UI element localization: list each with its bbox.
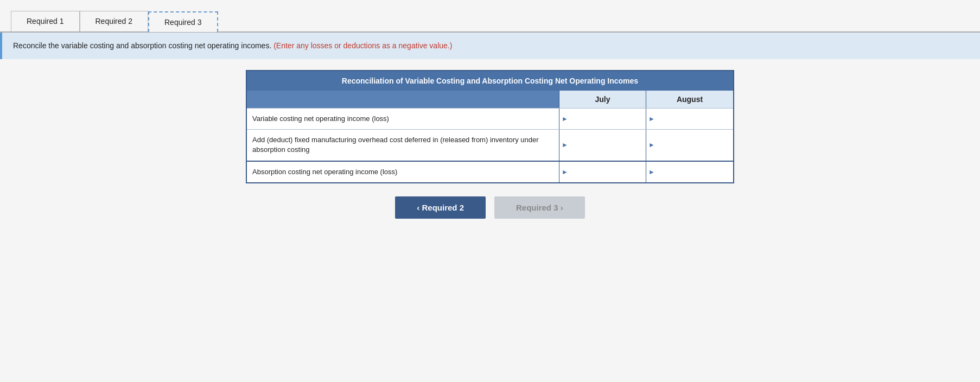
tab-required3-label: Required 3	[164, 18, 202, 27]
instruction-box: Reconcile the variable costing and absor…	[0, 33, 980, 59]
tab-required2-label: Required 2	[96, 17, 133, 26]
col-header-july: July	[559, 91, 646, 108]
prev-button-label: Required 2	[422, 203, 464, 212]
arrow-icon-1: ►	[559, 115, 568, 123]
col-header-label	[247, 91, 559, 108]
row-add-deduct: Add (deduct) fixed manufacturing overhea…	[247, 129, 733, 160]
arrow-icon-2: ►	[646, 115, 655, 123]
arrow-icon-4: ►	[646, 141, 655, 149]
row-variable-costing: Variable costing net operating income (l…	[247, 108, 733, 129]
row-variable-costing-july-cell: ►	[559, 109, 646, 129]
row-absorption-costing-july-cell: ►	[559, 162, 646, 182]
row-add-deduct-july-input[interactable]	[568, 138, 646, 152]
table-title: Reconciliation of Variable Costing and A…	[247, 71, 733, 91]
buttons-row: ‹ Required 2 Required 3 ›	[11, 196, 969, 219]
content-area: Reconciliation of Variable Costing and A…	[0, 59, 980, 230]
row-add-deduct-august-input[interactable]	[655, 138, 733, 152]
row-variable-costing-august-cell: ►	[646, 109, 733, 129]
next-button-label: Required 3	[516, 203, 558, 212]
arrow-icon-6: ►	[646, 168, 655, 176]
tab-required2[interactable]: Required 2	[80, 11, 149, 31]
row-add-deduct-label: Add (deduct) fixed manufacturing overhea…	[247, 130, 559, 160]
tabs-container: Required 1 Required 2 Required 3	[0, 11, 980, 33]
row-absorption-costing-label: Absorption costing net operating income …	[247, 162, 559, 182]
page-wrapper: Required 1 Required 2 Required 3 Reconci…	[0, 0, 980, 382]
instruction-main-text: Reconcile the variable costing and absor…	[13, 41, 271, 50]
row-absorption-costing-july-input[interactable]	[568, 164, 646, 179]
next-chevron-icon: ›	[561, 203, 563, 212]
tab-required1-label: Required 1	[27, 17, 64, 26]
row-absorption-costing: Absorption costing net operating income …	[247, 161, 733, 182]
row-absorption-costing-august-input[interactable]	[655, 164, 733, 179]
prev-button[interactable]: ‹ Required 2	[395, 196, 486, 219]
table-header-row: July August	[247, 91, 733, 108]
arrow-icon-3: ►	[559, 141, 568, 149]
row-add-deduct-august-cell: ►	[646, 130, 733, 160]
row-absorption-costing-august-cell: ►	[646, 162, 733, 182]
row-add-deduct-july-cell: ►	[559, 130, 646, 160]
row-variable-costing-august-input[interactable]	[655, 112, 733, 126]
next-button[interactable]: Required 3 ›	[494, 196, 585, 219]
row-variable-costing-july-input[interactable]	[568, 112, 646, 126]
reconciliation-table: Reconciliation of Variable Costing and A…	[246, 70, 734, 183]
instruction-red-text: (Enter any losses or deductions as a neg…	[273, 41, 452, 50]
tab-required1[interactable]: Required 1	[11, 11, 80, 31]
row-variable-costing-label: Variable costing net operating income (l…	[247, 109, 559, 129]
arrow-icon-5: ►	[559, 168, 568, 176]
col-header-august: August	[646, 91, 733, 108]
tab-required3[interactable]: Required 3	[148, 11, 218, 32]
